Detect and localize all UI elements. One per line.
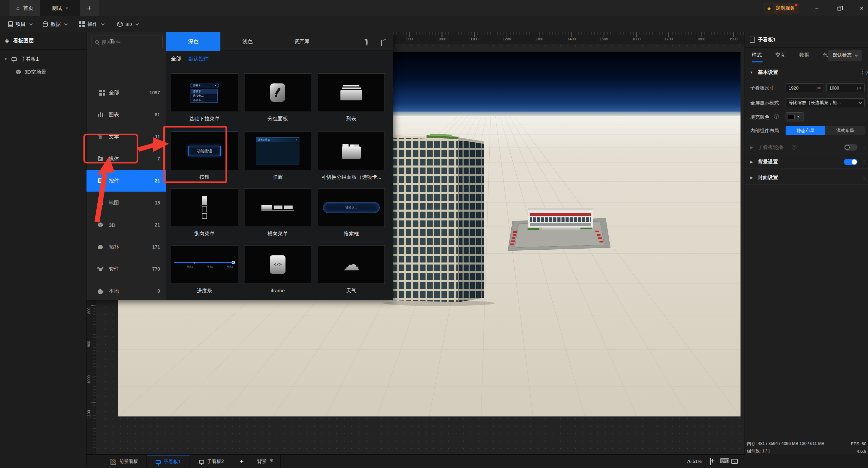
menu-3d[interactable]: 3D: [117, 16, 138, 32]
chevron-down-icon: [101, 22, 105, 25]
layer-board-label: 子看板1: [21, 56, 39, 62]
category-maps[interactable]: 地图 15: [86, 192, 166, 214]
tab-theme-light[interactable]: 浅色: [220, 32, 275, 51]
comp-label: 搜索框: [316, 231, 387, 237]
layer-item-board[interactable]: ▼ 子看板1: [0, 53, 86, 65]
tab-data[interactable]: 数据: [799, 52, 809, 58]
comp-card-list[interactable]: [318, 73, 385, 112]
custom-service-badge[interactable]: ◆ 定制服务: [764, 3, 799, 14]
tab-light-label: 浅色: [242, 38, 253, 45]
all-grid-icon: [99, 90, 102, 92]
comp-card-iframe[interactable]: </>: [244, 245, 311, 284]
category-all[interactable]: 全部 1097: [86, 82, 166, 103]
subtab-all[interactable]: 全部: [171, 56, 181, 62]
tab-theme-dark[interactable]: 深色: [166, 32, 220, 51]
section-carousel[interactable]: ▶ 子看板轮播 ? ⋮: [745, 141, 868, 154]
menu-data[interactable]: 数据: [43, 16, 67, 32]
progress-thumb: 节点1 节点2 节点3: [174, 259, 235, 270]
kebab-menu-icon[interactable]: ⋮⋮?: [860, 71, 865, 74]
category-label: 拓扑: [109, 244, 119, 250]
comp-card-tab-panel[interactable]: [318, 132, 385, 170]
tab-assets-label: 资产库: [294, 38, 310, 45]
board-tab-foreground[interactable]: 前景看板: [102, 455, 147, 468]
category-suites[interactable]: 套件 770: [86, 258, 166, 280]
tab-asset-library[interactable]: 资产库: [275, 32, 329, 51]
ruler-label: 1200: [499, 37, 514, 41]
zoom-level[interactable]: 76.51%: [687, 459, 702, 464]
display-mode-select[interactable]: 等比缩放（长边填充，短...: [786, 98, 865, 107]
chevron-down-icon: [859, 101, 862, 104]
fit-to-screen-icon[interactable]: [710, 458, 711, 465]
help-icon[interactable]: ?: [774, 114, 779, 119]
background-toggle-on[interactable]: [844, 159, 857, 165]
layer-item-scene[interactable]: 3D空场景: [0, 66, 86, 78]
refresh-icon[interactable]: [366, 39, 368, 46]
section-basic-settings[interactable]: ▼ 基本设置 ⋮⋮?: [745, 66, 868, 78]
tab-home[interactable]: ⌂ 首页: [9, 0, 40, 16]
comp-card-horizontal-menu[interactable]: [244, 188, 311, 227]
category-widgets[interactable]: 控件 21: [86, 170, 166, 192]
layers-icon: ◈: [5, 37, 9, 44]
category-label: 图表: [109, 112, 119, 118]
widget-list-icon: [98, 178, 103, 183]
export-icon[interactable]: [381, 40, 382, 46]
comp-card-progress[interactable]: 节点1 节点2 节点3: [171, 245, 238, 284]
menu-operate[interactable]: 操作: [79, 16, 104, 32]
board-tab-sub2[interactable]: 子看板2: [190, 455, 233, 468]
category-charts[interactable]: 图表 81: [86, 104, 166, 125]
comp-card-vertical-menu[interactable]: [171, 188, 238, 227]
home-icon: ⌂: [16, 5, 20, 12]
board-tab-sub1-active[interactable]: 子看板1: [147, 455, 190, 468]
kebab-menu-icon[interactable]: ⋮: [862, 177, 866, 178]
tab-interaction[interactable]: 交互: [775, 52, 786, 58]
layout-static-option[interactable]: 静态布局: [786, 126, 825, 135]
divider: [38, 19, 38, 29]
comp-card-search-box[interactable]: 请输入...: [318, 188, 385, 227]
comp-card-dropdown[interactable]: 选项卡一▼ 选项卡一 选项卡二 选项卡三: [171, 73, 238, 112]
tab-document[interactable]: 测试 ×: [40, 0, 80, 16]
notification-dot: [795, 4, 797, 6]
window-minimize-button[interactable]: −: [809, 0, 825, 16]
comp-card-weather[interactable]: ☁: [318, 245, 385, 284]
terminal-icon[interactable]: >_: [731, 459, 738, 464]
state-dropdown[interactable]: 默认状态: [828, 50, 862, 61]
window-restore-button[interactable]: [831, 0, 847, 16]
layout-flow-option[interactable]: 流式布局: [825, 126, 865, 135]
category-3d[interactable]: 3D 21: [86, 214, 166, 236]
menu-project[interactable]: 项目: [8, 16, 32, 32]
fill-color-picker[interactable]: ▼: [786, 112, 804, 121]
comp-card-popup[interactable]: 弹窗的标题×: [244, 132, 311, 170]
new-tab-button[interactable]: +: [80, 0, 99, 16]
category-local[interactable]: 本地 0: [86, 280, 166, 302]
kebab-menu-icon[interactable]: ⋮: [862, 161, 866, 163]
kebab-menu-icon[interactable]: ⋮: [862, 147, 866, 148]
section-background-settings[interactable]: ▶ 背景设置 ⋮: [745, 155, 868, 169]
board-tab-label: 子看板2: [207, 459, 224, 465]
comp-card-group-panel[interactable]: [244, 73, 311, 112]
category-count: 1097: [150, 90, 160, 95]
filter-icon[interactable]: [109, 39, 114, 43]
caret-down-icon[interactable]: ▼: [4, 57, 7, 61]
layers-panel-title: 看板图层: [13, 38, 34, 44]
component-search-box[interactable]: [92, 36, 163, 48]
thumb-dropdown-value: 选项卡一: [193, 83, 203, 87]
carousel-toggle-off[interactable]: [844, 144, 857, 151]
background-board-tab[interactable]: 背景 ⊕: [250, 455, 281, 468]
folder-icon: [342, 147, 361, 159]
custom-service-label: 定制服务: [776, 5, 795, 11]
menu-project-label: 项目: [16, 21, 26, 27]
category-count: 81: [155, 112, 160, 117]
height-input[interactable]: 1080px: [826, 83, 865, 92]
keyboard-icon[interactable]: ⌨: [720, 457, 730, 465]
window-close-button[interactable]: ×: [854, 0, 868, 16]
tab-style[interactable]: 样式: [752, 52, 762, 58]
category-label: 全部: [109, 90, 119, 96]
width-input[interactable]: 1920px: [786, 83, 824, 92]
subtab-default-widgets[interactable]: 默认控件: [189, 56, 209, 62]
close-tab-icon[interactable]: ×: [65, 5, 68, 11]
ruler-label: 1300: [532, 37, 547, 41]
category-topology[interactable]: 拓扑 171: [86, 236, 166, 258]
add-board-button[interactable]: +: [233, 455, 250, 468]
section-cover-settings[interactable]: ▶ 封面设置 ⋮: [745, 171, 868, 184]
comp-label: 弹窗: [242, 174, 313, 180]
